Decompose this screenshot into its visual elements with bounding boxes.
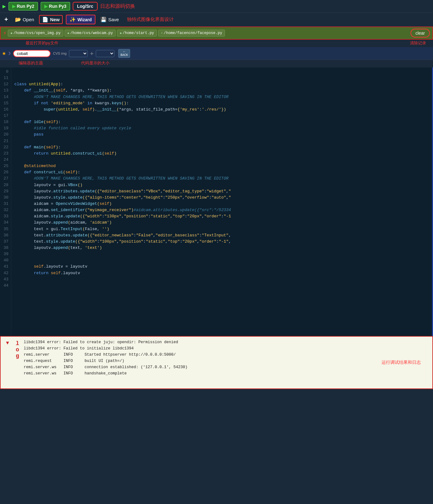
code-line-43 — [14, 283, 430, 289]
clear-annotation: 清除记录 — [410, 40, 426, 46]
open-label: Open — [23, 17, 34, 22]
code-line-44 — [14, 289, 430, 295]
code-line-23 — [14, 157, 430, 163]
ln-36: 36 — [2, 232, 8, 239]
ln-14: 14 — [2, 94, 8, 100]
code-line-38 — [14, 251, 430, 257]
code-line-39 — [14, 257, 430, 264]
clear-label: clear — [416, 31, 425, 36]
code-line-19: pass — [14, 131, 430, 138]
code-line-30: aidcam = OpencvVideoWidget(self) — [14, 201, 430, 207]
file-tab-3-label: /home/start.py — [123, 31, 154, 35]
log-sidebar: l o g — [14, 339, 21, 386]
moon-icon: ☽ — [8, 51, 11, 56]
ln-33: 33 — [2, 213, 8, 220]
size-select-2[interactable] — [96, 50, 114, 57]
new-label: New — [50, 17, 60, 22]
log-src-button[interactable]: Log/Src — [73, 2, 98, 11]
log-line-2: libdc1394 error: Failed to initialize li… — [24, 345, 370, 352]
file-tab-4-label: /home/facencnn/facepose.py — [164, 31, 222, 35]
code-line-36: text.style.update({"width":"100px","posi… — [14, 239, 430, 245]
diamond-icon-2: ◆ — [67, 31, 69, 35]
new-button[interactable]: 📄 New — [39, 15, 63, 24]
theme-input[interactable] — [13, 50, 51, 57]
code-line-26: #DON'T MAKE CHANGES HERE, THIS METHOD GE… — [14, 175, 430, 182]
ln-19: 19 — [2, 125, 8, 131]
ln-22: 22 — [2, 144, 8, 151]
wizard-button[interactable]: ✨ Wizard — [66, 15, 95, 24]
code-line-24: @staticmethod — [14, 163, 430, 169]
ln-23: 23 — [2, 151, 8, 157]
ln-42: 42 — [2, 270, 8, 276]
log-g: g — [16, 353, 19, 359]
ln-43: 43 — [2, 276, 8, 283]
code-line-blank — [14, 69, 430, 75]
code-line-29: layoutv.style.update({"align-items":"cen… — [14, 195, 430, 201]
ln-44: 44 — [2, 283, 8, 289]
ln-13: 13 — [2, 87, 8, 94]
wizard-label: Wizard — [77, 17, 92, 22]
new-file-icon: 📄 — [42, 17, 48, 22]
ln-17: 17 — [2, 113, 8, 119]
ln-35: 35 — [2, 226, 8, 232]
code-line-42 — [14, 276, 430, 283]
code-content[interactable]: class untitled(App): def __init__(self, … — [11, 67, 433, 336]
log-content[interactable]: libdc1394 error: Failed to create juju: … — [24, 339, 370, 386]
code-line-21: def main(self): — [14, 144, 430, 151]
size-annotation: 代码显示的大小 — [81, 60, 109, 66]
log-src-label: Log/Src — [77, 4, 93, 9]
log-line-5: remi.server.ws INFO connection establish… — [24, 364, 370, 370]
ln-41: 41 — [2, 264, 8, 270]
code-line-18: #idle function called every update cycle — [14, 125, 430, 131]
log-area: ▼ l o g libdc1394 error: Failed to creat… — [0, 336, 433, 389]
add-button[interactable]: + — [2, 15, 10, 24]
log-line-1: libdc1394 error: Failed to create juju: … — [24, 339, 370, 345]
back-label: BACK — [120, 53, 128, 57]
run-py2-button[interactable]: ▶ Run Py2 — [8, 2, 38, 11]
file-tabs-bar: ⚡ ◆ /home/cvs/open_img.py ◆ /home/cvs/we… — [0, 27, 433, 40]
ln-27: 27 — [2, 175, 8, 182]
open-button[interactable]: 📂 Open — [13, 16, 36, 23]
file-tab-4[interactable]: ⚡ /home/facencnn/facepose.py — [158, 30, 225, 37]
code-line-14: if not 'editing_mode' in kwargs.keys(): — [14, 100, 430, 106]
code-line-17: def idle(self): — [14, 119, 430, 125]
log-line-6: remi.server.ws INFO handshake_complete — [24, 370, 370, 377]
log-l: l — [16, 340, 19, 347]
file-tab-1[interactable]: ◆ /home/cvs/open_img.py — [8, 30, 63, 37]
save-button[interactable]: 💾 Save — [99, 16, 121, 23]
log-annotation: 运行调试结果和日志 — [373, 339, 429, 386]
ln-30: 30 — [2, 195, 8, 201]
run-py3-label: Run Py3 — [49, 4, 66, 9]
code-line-13: #DON'T MAKE CHANGES HERE, THIS METHOD GE… — [14, 94, 430, 100]
ln-32: 32 — [2, 207, 8, 213]
cvs-tag: CVS img — [53, 52, 66, 55]
run-py2-label: Run Py2 — [17, 4, 34, 9]
code-line-35: text.attributes.update({"editor_newclass… — [14, 232, 430, 239]
run-py3-icon: ▶ — [44, 4, 48, 9]
file-tab-3[interactable]: ◆ /home/start.py — [117, 30, 157, 37]
code-line-34: text = gui.TextInput(False, '') — [14, 226, 430, 232]
ln-20: 20 — [2, 131, 8, 138]
warning-icon: ⚡ — [3, 30, 7, 37]
log-collapse-icon[interactable]: ▼ — [4, 339, 11, 386]
run-py3-button[interactable]: ▶ Run Py3 — [41, 2, 70, 11]
ln-24: 24 — [2, 157, 8, 163]
size-select[interactable]: 12 14 16 — [69, 50, 88, 57]
code-line-22: return untitled.construct_ui(self) — [14, 151, 430, 157]
ln-11: 11 — [2, 75, 8, 81]
file-tab-2[interactable]: ◆ /home/cvs/webcam.py — [65, 30, 116, 37]
diamond-icon-1: ◆ — [11, 31, 12, 35]
back-button[interactable]: ← BACK — [118, 49, 130, 58]
clear-button[interactable]: clear — [411, 29, 430, 37]
ln-38: 38 — [2, 245, 8, 251]
theme-annotation: 编辑器的主题 — [19, 60, 43, 66]
code-line-32: aidcam.style.update({"width":"130px","po… — [14, 213, 430, 220]
file-tab-2-label: /home/cvs/webcam.py — [70, 31, 113, 35]
code-line-28: layoutv.attributes.update({"editor_basec… — [14, 188, 430, 195]
code-line-31: aidcam.set_identifier("myimage_receiver"… — [14, 207, 430, 213]
open-folder-icon: 📂 — [15, 17, 21, 22]
theme-bar: ✱ ☽ CVS img 12 14 16 ✛ ← BACK 编辑器的主题 代码显… — [0, 47, 433, 60]
ln-26: 26 — [2, 169, 8, 175]
code-line-40: self.layoutv = layoutv — [14, 264, 430, 270]
ln-40: 40 — [2, 257, 8, 264]
